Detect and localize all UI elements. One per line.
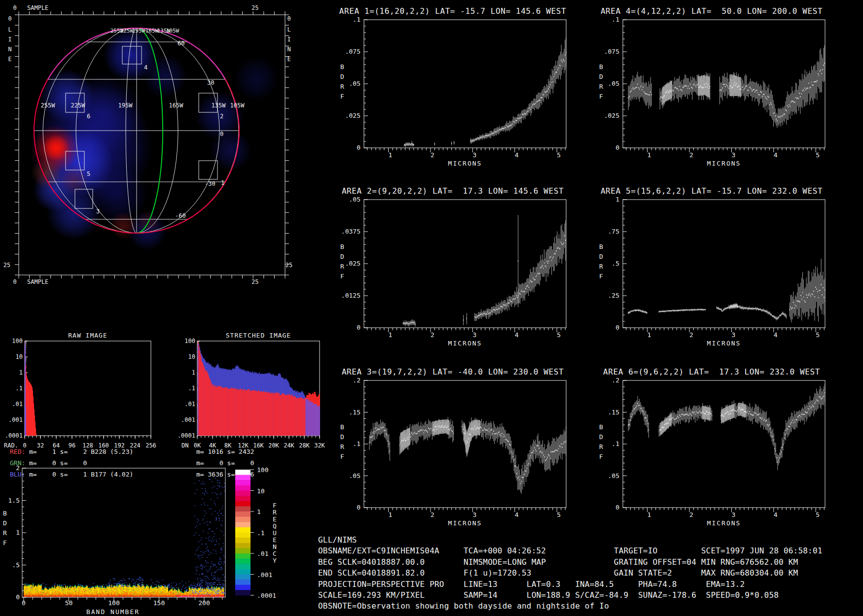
- area1-plot: AREA 1=(16,20,2,2) LAT= -15.7 LON= 145.6…: [339, 6, 566, 167]
- colorbar-label: U: [273, 529, 277, 537]
- colorbar-label: N: [273, 543, 277, 550]
- x-axis-label: MICRONS: [448, 160, 482, 167]
- y-tick-label: .05: [349, 196, 360, 203]
- globe-panel: 462513255W225W195W165W135W105W255W225W19…: [3, 4, 292, 285]
- spectrum-series: [369, 417, 566, 494]
- y-axis-label: F: [599, 93, 603, 100]
- y-tick-label: .5: [12, 561, 20, 569]
- colorbar-tick-label: .001: [257, 571, 272, 579]
- line-axis-label: I: [8, 36, 11, 43]
- stat-value: m= 0 s= 0: [29, 459, 87, 467]
- longitude-label: 225W: [120, 28, 134, 34]
- area-box-number: 6: [87, 113, 90, 120]
- y-tick-label: 1: [615, 196, 619, 203]
- y-axis-label: R: [3, 529, 7, 537]
- area3-plot: AREA 3=(19,7,2,2) LAT= -40.0 LON= 230.0 …: [340, 367, 566, 527]
- histogram-bars: [198, 342, 320, 436]
- x-tick-label: 20K: [268, 442, 279, 449]
- y-axis-label: D: [599, 73, 603, 80]
- y-ticks: [623, 380, 627, 508]
- y-tick-label: .75: [608, 228, 619, 235]
- x-tick-label: 4: [515, 331, 519, 339]
- line-axis-max: 25: [3, 262, 10, 269]
- frequency-colorbar: 100101.1.01.001.0001FREQUENCY: [235, 466, 277, 599]
- plot-frame: [623, 20, 825, 148]
- y-tick-label: .1: [16, 385, 23, 392]
- metadata-line: END SCLK=04018891.82.0 F(1 u)=1720.53 GA…: [318, 568, 823, 579]
- y-ticks: [623, 200, 627, 328]
- y-tick-label: .15: [349, 409, 360, 416]
- line-axis-label: E: [287, 56, 290, 63]
- x-axis-label: MICRONS: [707, 160, 741, 167]
- colorbar-label: Q: [273, 522, 277, 530]
- x-ticks: [367, 148, 565, 152]
- colorbar-label: R: [273, 509, 277, 516]
- y-axis-label: D: [599, 253, 603, 260]
- y-tick-label: 100: [184, 338, 195, 344]
- x-tick-label: 3: [731, 331, 735, 339]
- y-tick-label: 1: [19, 369, 23, 376]
- y-tick-label: .075: [345, 48, 360, 55]
- x-tick-label: 2: [689, 331, 693, 339]
- y-tick-label: .001: [181, 416, 195, 423]
- x-axis-label: MICRONS: [707, 340, 741, 347]
- y-tick-label: .01: [184, 401, 195, 408]
- y-tick-label: .075: [604, 48, 619, 55]
- x-tick-label: 3: [472, 511, 476, 518]
- x-tick-label: 28K: [299, 442, 310, 449]
- y-axis-label: R: [340, 83, 344, 90]
- x-tick-label: 150: [153, 599, 165, 607]
- x-tick-label: 256: [145, 442, 156, 449]
- band-number-plot: 21.51.50050100150200BAND NUMBERBDRF: [3, 464, 225, 616]
- y-tick-label: .05: [349, 80, 360, 87]
- x-tick-label: 4: [774, 331, 778, 339]
- y-axis-label: F: [340, 93, 344, 100]
- colorbar-label: Y: [273, 557, 277, 564]
- area-box-number: 2: [220, 113, 223, 120]
- observation-metadata-block: GLL/NIMS OBSNAME/EXT=C9INCHEMIS04A TCA=+…: [318, 535, 823, 612]
- y-axis-label: F: [3, 539, 7, 547]
- spectrum-series: [628, 384, 825, 470]
- colorbar-label: E: [273, 515, 277, 523]
- x-tick-label: 16K: [253, 442, 264, 449]
- longitude-label: 225W: [71, 102, 86, 109]
- histogram-bars: [25, 341, 36, 436]
- x-tick-label: 4: [774, 511, 778, 518]
- sample-axis-max: 25: [252, 4, 258, 11]
- line-axis-label: N: [287, 46, 290, 53]
- y-axis-label: F: [340, 453, 344, 460]
- y-axis-label: D: [340, 253, 344, 260]
- x-tick-label: 5: [557, 331, 561, 339]
- dense-fill: [400, 419, 480, 458]
- blue-scatter: [27, 477, 225, 595]
- plot-frame: [364, 200, 566, 328]
- area2-plot: AREA 2=(9,20,2,2) LAT= 17.3 LON= 145.6 W…: [340, 186, 566, 347]
- x-axis-label: MICRONS: [448, 340, 482, 347]
- stat-value: m= 1 s= 2 B228 (5.23): [29, 448, 133, 455]
- y-tick-label: 0: [357, 504, 360, 511]
- y-tick-label: .1: [611, 440, 619, 447]
- x-ticks: [367, 328, 565, 332]
- metadata-line: PROJECTION=PERSPECTIVE PRO LINE=13 LAT=0…: [318, 579, 823, 590]
- latitude-label: 30: [207, 79, 214, 86]
- metadata-line: OBSNOTE=Observation showing both dayside…: [318, 601, 823, 612]
- x-tick-label: 32K: [314, 442, 325, 449]
- stat-value: m= 0 s= 1 B177 (4.02): [29, 471, 133, 478]
- y-axis-label: D: [3, 519, 7, 527]
- y-axis-label: D: [599, 433, 603, 441]
- line-axis-label: E: [8, 56, 11, 63]
- longitude-label: 255W: [41, 102, 56, 109]
- y-tick-label: .05: [608, 472, 619, 479]
- y-tick-label: 1: [192, 369, 195, 376]
- area-box-number: 5: [87, 171, 90, 177]
- x-tick-label: 1: [647, 331, 651, 339]
- spectrum-series: [403, 215, 565, 327]
- y-axis-label: R: [340, 443, 344, 450]
- plot-frame: [623, 200, 825, 328]
- y-ticks: [364, 200, 368, 328]
- colorbar-tick-label: .01: [257, 550, 268, 557]
- y-tick-label: .0375: [341, 228, 360, 235]
- x-tick-label: 2: [431, 331, 434, 339]
- nims-quicklook-screen: 462513255W225W195W165W135W105W255W225W19…: [0, 0, 863, 616]
- area-box-number: 3: [96, 208, 100, 215]
